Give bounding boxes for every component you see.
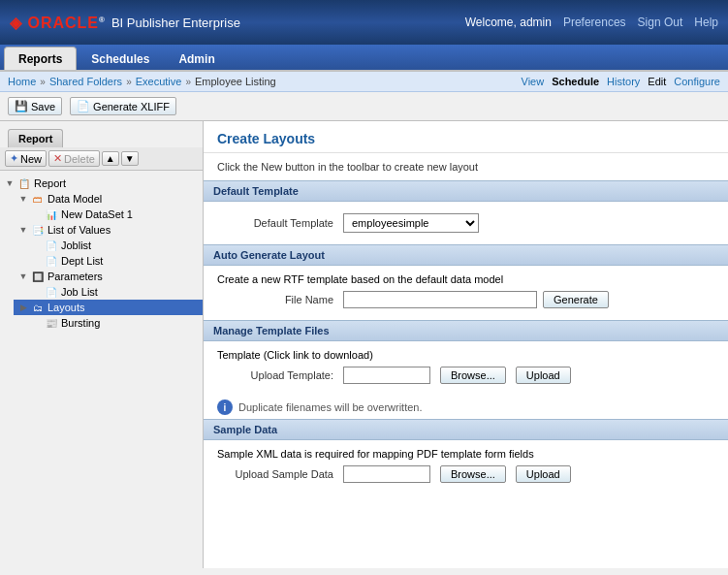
tree-item-layouts[interactable]: ▶ 🗂 Layouts <box>14 300 203 315</box>
expand-joblist-param <box>32 287 42 297</box>
report-label: Report <box>34 177 66 189</box>
info-icon: i <box>217 399 233 415</box>
joblist-icon: 📄 <box>45 239 58 252</box>
report-tab-label: Report <box>8 129 63 147</box>
expand-dataset <box>32 209 42 219</box>
signout-link[interactable]: Sign Out <box>638 16 683 29</box>
upload-template-button[interactable]: Upload <box>516 367 571 384</box>
create-layouts-title: Create Layouts <box>204 121 728 153</box>
logo-area: ◈ ORACLE® BI Publisher Enterprise <box>10 14 240 32</box>
report-icon: 📋 <box>17 176 31 190</box>
xliff-icon: 📄 <box>77 100 90 112</box>
expand-params: ▼ <box>18 272 28 281</box>
nav-tabs: Reports Schedules Admin <box>0 45 728 72</box>
upload-sample-row: Upload Sample Data Browse... Upload <box>217 465 714 483</box>
params-label: Parameters <box>47 271 103 282</box>
breadcrumb-actions: View Schedule History Edit Configure <box>522 76 720 87</box>
upload-sample-controls: Browse... Upload <box>343 465 571 483</box>
new-button[interactable]: ✦ New <box>5 150 47 167</box>
joblist-param-label: Job List <box>61 286 98 298</box>
app-title: BI Publisher Enterprise <box>111 16 240 30</box>
manage-templates-header: Manage Template Files <box>204 320 728 341</box>
create-layouts-desc: Click the New button in the toolbar to c… <box>204 153 728 180</box>
datamodel-label: Data Model <box>47 193 102 205</box>
new-icon: ✦ <box>10 152 18 165</box>
tree-item-deptlist[interactable]: 📄 Dept List <box>27 253 203 269</box>
breadcrumb: Home » Shared Folders » Executive » Empl… <box>8 76 276 87</box>
move-down-button[interactable]: ▼ <box>121 151 139 166</box>
edit-label: Edit <box>648 76 666 87</box>
help-link[interactable]: Help <box>694 16 718 29</box>
tree-item-joblist[interactable]: 📄 Joblist <box>27 238 203 253</box>
deptlist-label: Dept List <box>61 255 103 267</box>
expand-bursting <box>32 318 42 328</box>
save-label: Save <box>31 101 55 112</box>
generate-xliff-button[interactable]: 📄 Generate XLIFF <box>70 97 176 115</box>
tab-admin[interactable]: Admin <box>164 47 229 70</box>
auto-generate-content: Create a new RTF template based on the d… <box>204 266 728 320</box>
datamodel-icon: 🗃 <box>31 192 45 206</box>
save-icon: 💾 <box>15 100 28 112</box>
generate-button[interactable]: Generate <box>543 291 609 308</box>
delete-button[interactable]: ✕ Delete <box>48 150 100 167</box>
app-header: ◈ ORACLE® BI Publisher Enterprise Welcom… <box>0 0 728 45</box>
joblist-param-icon: 📄 <box>45 285 58 299</box>
move-up-button[interactable]: ▲ <box>102 151 119 166</box>
left-panel: Report ✦ New ✕ Delete ▲ ▼ ▼ 📋 Report <box>0 121 204 568</box>
tree-item-joblist-param[interactable]: 📄 Job List <box>27 284 203 300</box>
bursting-label: Bursting <box>61 317 100 329</box>
sep1: » <box>40 77 46 87</box>
oracle-logo: ◈ ORACLE® <box>10 14 106 32</box>
right-panel: Create Layouts Click the New button in t… <box>204 121 728 568</box>
welcome-text: Welcome, admin <box>465 16 552 29</box>
default-template-select[interactable]: employeesimple none <box>343 213 479 233</box>
manage-templates-content: Template (Click link to download) Upload… <box>204 341 728 396</box>
tab-schedules[interactable]: Schedules <box>77 47 164 70</box>
tree: ▼ 📋 Report ▼ 🗃 Data Model 📊 New DataSet … <box>0 171 203 335</box>
upload-template-label: Upload Template: <box>217 369 343 381</box>
tree-item-lov[interactable]: ▼ 📑 List of Values <box>14 222 203 238</box>
upload-template-input[interactable] <box>343 367 430 384</box>
save-button[interactable]: 💾 Save <box>8 97 62 115</box>
expand-report: ▼ <box>5 178 15 188</box>
file-name-row: File Name Generate <box>217 291 714 308</box>
tree-item-bursting[interactable]: 📰 Bursting <box>27 315 203 331</box>
tree-item-report[interactable]: ▼ 📋 Report <box>0 176 203 191</box>
browse-template-button[interactable]: Browse... <box>440 367 506 384</box>
breadcrumb-bar: Home » Shared Folders » Executive » Empl… <box>0 72 728 92</box>
history-link[interactable]: History <box>607 76 640 87</box>
breadcrumb-current: Employee Listing <box>195 76 276 87</box>
info-row: i Duplicate filenames will be overwritte… <box>204 396 728 419</box>
upload-sample-input[interactable] <box>343 465 430 483</box>
view-link[interactable]: View <box>522 76 545 87</box>
expand-datamodel: ▼ <box>18 194 28 204</box>
breadcrumb-executive[interactable]: Executive <box>136 76 182 87</box>
delete-icon: ✕ <box>53 152 62 165</box>
breadcrumb-shared[interactable]: Shared Folders <box>49 76 122 87</box>
tree-item-params[interactable]: ▼ 🔲 Parameters <box>14 269 203 284</box>
configure-link[interactable]: Configure <box>674 76 720 87</box>
schedule-link[interactable]: Schedule <box>552 76 599 87</box>
tree-item-datamodel[interactable]: ▼ 🗃 Data Model <box>14 191 203 207</box>
generate-xliff-label: Generate XLIFF <box>93 101 170 112</box>
sep2: » <box>126 77 132 87</box>
default-template-header: Default Template <box>204 180 728 202</box>
tree-toolbar: ✦ New ✕ Delete ▲ ▼ <box>0 147 203 171</box>
layouts-icon: 🗂 <box>31 301 45 314</box>
default-template-row: Default Template employeesimple none <box>217 213 714 233</box>
breadcrumb-home[interactable]: Home <box>8 76 36 87</box>
browse-sample-button[interactable]: Browse... <box>440 465 506 483</box>
upload-sample-button[interactable]: Upload <box>516 465 571 483</box>
expand-joblist <box>32 240 42 250</box>
expand-layouts: ▶ <box>18 303 28 312</box>
file-name-input[interactable] <box>343 291 537 308</box>
tree-item-dataset[interactable]: 📊 New DataSet 1 <box>27 207 203 222</box>
bursting-icon: 📰 <box>45 316 58 330</box>
template-download-label: Template (Click link to download) <box>217 349 714 361</box>
upload-sample-label: Upload Sample Data <box>217 468 343 480</box>
joblist-label: Joblist <box>61 240 91 251</box>
tab-reports[interactable]: Reports <box>4 47 77 70</box>
preferences-link[interactable]: Preferences <box>563 16 626 29</box>
sep3: » <box>185 77 191 87</box>
params-icon: 🔲 <box>31 270 45 283</box>
